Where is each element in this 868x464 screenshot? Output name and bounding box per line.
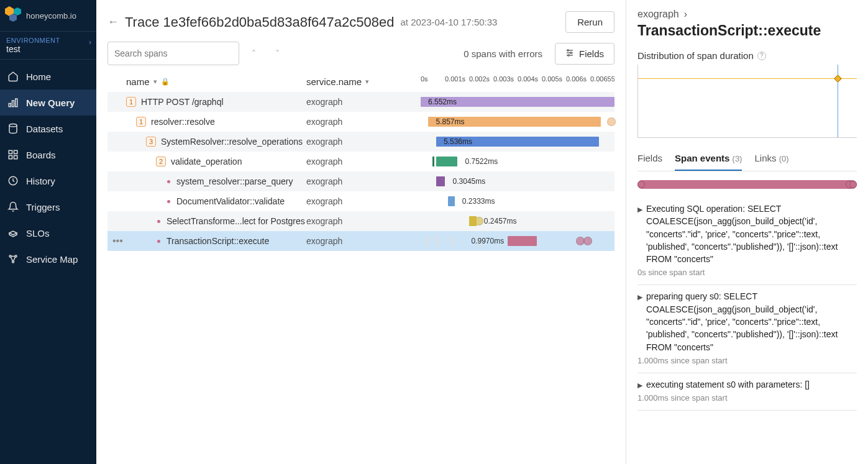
svg-point-19 [568, 54, 569, 55]
child-count-badge: 1 [136, 117, 146, 127]
span-row[interactable]: •••system_resolver::parse_queryexograph0… [107, 171, 614, 191]
nav-history[interactable]: History [0, 168, 96, 194]
trace-panel: ← Trace 1e3fef66b2d0ba5d83a8f647a2c508ed… [96, 0, 626, 464]
timeline-tick: 0.00655s [590, 75, 614, 83]
svg-rect-9 [9, 156, 12, 159]
rerun-button[interactable]: Rerun [565, 11, 614, 33]
back-arrow-icon[interactable]: ← [107, 16, 119, 29]
errors-count: 0 spans with errors [464, 48, 542, 59]
timeline-tick: 0.002s [469, 75, 493, 83]
timeline-tick: 0.003s [493, 75, 518, 83]
leaf-dot-icon [167, 180, 170, 183]
nav-datasets[interactable]: Datasets [0, 116, 96, 142]
datasets-icon [7, 123, 19, 134]
history-icon [7, 175, 19, 186]
span-timeline-cell: 5.857ms [421, 112, 614, 132]
trace-header: ← Trace 1e3fef66b2d0ba5d83a8f647a2c508ed… [107, 5, 614, 42]
svg-point-13 [12, 261, 14, 263]
span-event[interactable]: ▶executing statement s0 with parameters:… [637, 373, 857, 411]
distribution-chart[interactable] [637, 65, 857, 138]
nav-new-query[interactable]: New Query [0, 89, 96, 116]
triggers-icon [7, 201, 19, 212]
fields-icon [565, 48, 574, 59]
detail-panel: exograph › TransactionScript::execute Di… [626, 0, 868, 464]
slos-icon [7, 227, 19, 239]
nav-home[interactable]: Home [0, 63, 96, 89]
span-service-cell: exograph [306, 196, 421, 206]
distribution-label: Distribution of span duration ? [637, 50, 857, 61]
svg-rect-4 [12, 101, 14, 107]
span-name-cell: 1HTTP POST /graphql [107, 97, 306, 107]
svg-point-6 [9, 124, 17, 127]
table-header: name▾🔒 service.name▾ 0s0.001s0.002s0.003… [107, 71, 614, 92]
sidebar: honeycomb.io ENVIRONMENT test › HomeNew … [0, 0, 96, 464]
event-text: Executing SQL operation: SELECT COALESCE… [646, 202, 857, 265]
span-timeline-cell: 0.9970ms [421, 231, 614, 251]
span-service-cell: exograph [306, 236, 421, 246]
logo-text: honeycomb.io [26, 11, 76, 20]
span-name-cell: DocumentValidator::validate [107, 196, 306, 206]
environment-label: ENVIRONMENT [6, 37, 90, 44]
event-text: executing statement s0 with parameters: … [646, 378, 810, 391]
span-name-cell: TransactionScript::execute [107, 236, 306, 246]
nav-triggers[interactable]: Triggers [0, 194, 96, 220]
boards-icon [7, 149, 19, 160]
trace-timestamp: at 2023-04-10 17:50:33 [400, 17, 497, 27]
timeline-tick: 0.001s [445, 75, 469, 83]
span-name-cell: system_resolver::parse_query [107, 176, 306, 186]
next-result-button[interactable]: ˅ [268, 44, 286, 63]
tab-span-events[interactable]: Span events (3) [675, 149, 742, 171]
expand-icon[interactable]: ▶ [637, 381, 642, 391]
leaf-dot-icon [157, 240, 160, 243]
svg-point-18 [570, 52, 572, 53]
search-spans-input[interactable] [107, 42, 239, 65]
event-time: 1.000ms since span start [637, 356, 857, 365]
span-row[interactable]: •••3SystemResolver::resolve_operationsex… [107, 132, 614, 152]
span-row[interactable]: •••2validate_operationexograph0.7522ms [107, 152, 614, 171]
span-timeline-cell: 5.536ms [421, 132, 614, 152]
span-name-cell: 3SystemResolver::resolve_operations [107, 137, 306, 147]
svg-rect-8 [14, 150, 17, 153]
span-event[interactable]: ▶Executing SQL operation: SELECT COALESC… [637, 198, 857, 285]
span-row[interactable]: •••1HTTP POST /graphqlexograph6.552ms [107, 92, 614, 112]
span-event[interactable]: ▶preparing query s0: SELECT COALESCE(jso… [637, 285, 857, 373]
event-distribution-bar[interactable] [637, 180, 857, 189]
environment-selector[interactable]: ENVIRONMENT test › [0, 31, 96, 60]
timeline-header: 0s0.001s0.002s0.003s0.004s0.005s0.006s0.… [421, 75, 614, 88]
expand-icon[interactable]: ▶ [637, 205, 642, 265]
svg-rect-10 [14, 156, 17, 159]
tab-links[interactable]: Links (0) [754, 149, 788, 171]
span-row[interactable]: •••1resolver::resolveexograph5.857ms [107, 112, 614, 132]
column-header-name[interactable]: name▾🔒 [107, 76, 306, 87]
breadcrumb[interactable]: exograph › [637, 9, 857, 20]
logo[interactable]: honeycomb.io [0, 0, 96, 31]
event-text: preparing query s0: SELECT COALESCE(json… [646, 290, 857, 353]
span-service-cell: exograph [306, 157, 421, 166]
leaf-dot-icon [167, 200, 170, 203]
new-query-icon [7, 97, 19, 108]
tab-fields[interactable]: Fields [637, 149, 662, 171]
prev-result-button[interactable]: ˄ [244, 44, 263, 63]
expand-icon[interactable]: ▶ [637, 293, 642, 353]
span-timeline-cell: 0.7522ms [421, 152, 614, 171]
logo-icon [5, 6, 24, 25]
span-service-cell: exograph [306, 97, 421, 107]
nav-slos[interactable]: SLOs [0, 220, 96, 246]
chevron-right-icon: › [89, 38, 91, 47]
row-actions-icon[interactable]: ••• [112, 235, 123, 247]
nav-boards[interactable]: Boards [0, 142, 96, 168]
child-count-badge: 1 [126, 97, 136, 107]
controls-row: ˄ ˅ 0 spans with errors Fields [107, 42, 614, 71]
home-icon [7, 71, 19, 82]
service-map-icon [7, 253, 19, 265]
fields-button[interactable]: Fields [555, 43, 614, 65]
span-row[interactable]: •••TransactionScript::executeexograph0.9… [107, 231, 614, 251]
help-icon[interactable]: ? [757, 52, 766, 60]
detail-span-title: TransactionScript::execute [637, 22, 857, 39]
nav-service-map[interactable]: Service Map [0, 246, 96, 272]
column-header-service[interactable]: service.name▾ [306, 76, 421, 87]
detail-tabs: Fields Span events (3) Links (0) [637, 149, 857, 171]
span-timeline-cell: 0.2457ms [421, 211, 614, 231]
span-row[interactable]: •••DocumentValidator::validateexograph0.… [107, 191, 614, 211]
span-row[interactable]: •••SelectTransforme...lect for Postgrese… [107, 211, 614, 231]
